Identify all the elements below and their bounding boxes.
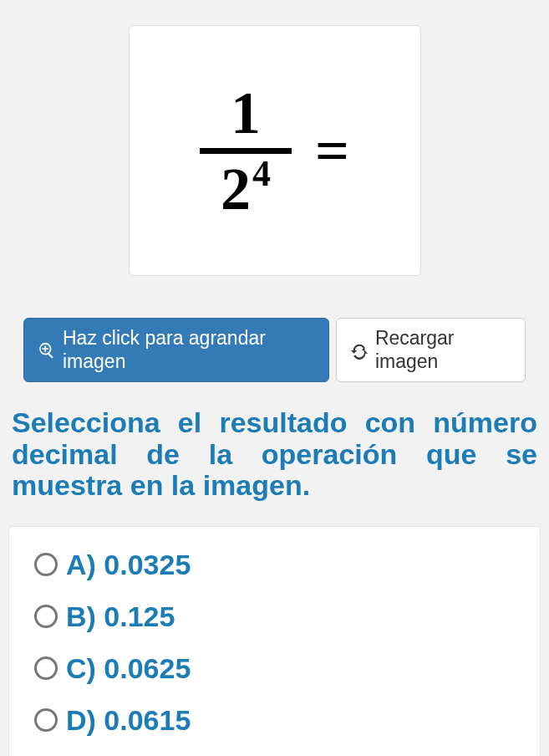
- option-b[interactable]: B) 0.125: [34, 602, 515, 631]
- base: 2: [221, 159, 251, 219]
- options-panel: A) 0.0325 B) 0.125 C) 0.0625 D) 0.0615: [8, 526, 541, 756]
- equals-sign: =: [315, 120, 349, 181]
- denominator: 2 4: [221, 154, 271, 219]
- option-c[interactable]: C) 0.0625: [34, 654, 515, 682]
- radio-icon: [34, 656, 58, 680]
- option-d[interactable]: D) 0.0615: [34, 706, 515, 734]
- enlarge-button-label: Haz click para agrandar imagen: [63, 327, 315, 373]
- button-row: Haz click para agrandar imagen Recargar …: [8, 318, 541, 382]
- numerator: 1: [221, 83, 271, 148]
- question-text: Selecciona el resultado con número decim…: [12, 407, 537, 501]
- zoom-in-icon: [38, 341, 56, 360]
- fraction: 1 2 4: [200, 83, 292, 219]
- option-label: D) 0.0615: [66, 706, 191, 734]
- option-a[interactable]: A) 0.0325: [34, 550, 515, 579]
- radio-icon: [34, 605, 58, 628]
- option-label: C) 0.0625: [66, 654, 191, 682]
- option-label: A) 0.0325: [66, 550, 191, 579]
- refresh-icon: [350, 341, 369, 360]
- math-expression-image: 1 2 4 =: [129, 25, 421, 276]
- option-label: B) 0.125: [66, 602, 175, 631]
- radio-icon: [34, 708, 58, 732]
- enlarge-image-button[interactable]: Haz click para agrandar imagen: [23, 318, 329, 382]
- exponent: 4: [252, 156, 271, 192]
- radio-icon: [34, 553, 58, 576]
- reload-image-button[interactable]: Recargar imagen: [336, 318, 526, 382]
- image-container: 1 2 4 =: [8, 25, 541, 276]
- fraction-bar: [200, 148, 292, 154]
- reload-button-label: Recargar imagen: [375, 327, 511, 373]
- fraction-expression: 1 2 4 =: [200, 83, 349, 219]
